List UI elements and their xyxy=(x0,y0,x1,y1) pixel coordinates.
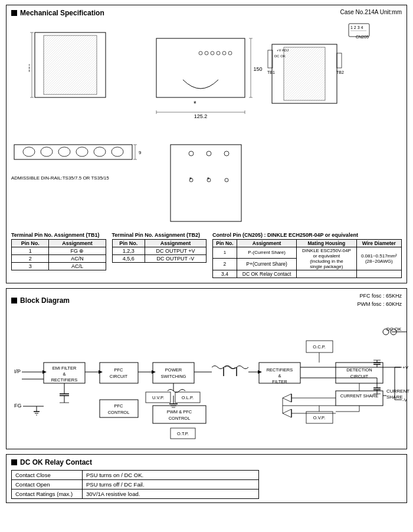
tb2-table-wrapper: Terminal Pin No. Assignment (TB2) Pin No… xyxy=(112,232,207,278)
svg-text:EMI FILTER: EMI FILTER xyxy=(53,365,77,371)
svg-text:*: * xyxy=(189,177,192,183)
table-row: 2AC/N xyxy=(12,255,106,263)
svg-point-12 xyxy=(222,51,226,55)
svg-point-38 xyxy=(41,147,53,156)
table-row: 1P-(Current Share)DINKLE ESC250V-04P or … xyxy=(213,247,402,259)
svg-text:DC OK: DC OK xyxy=(274,54,286,58)
svg-text:PFC: PFC xyxy=(114,403,124,409)
block-diagram-header: Block Diagram PFC fosc : 65KHz PWM fosc … xyxy=(11,292,402,308)
svg-marker-94 xyxy=(258,370,262,374)
svg-point-40 xyxy=(76,147,88,156)
svg-point-37 xyxy=(23,147,35,156)
dc-ok-section: DC OK Relay Contact Contact ClosePSU tur… xyxy=(6,454,407,503)
svg-text:O.V.P.: O.V.P. xyxy=(313,415,325,420)
svg-text:&: & xyxy=(278,373,281,378)
svg-point-9 xyxy=(205,51,208,55)
table-row: Contact Ratings (max.)30V/1A resistive l… xyxy=(12,489,259,499)
mech-spec-title: Mechanical Specification xyxy=(20,9,104,17)
svg-point-48 xyxy=(189,151,194,156)
svg-point-39 xyxy=(58,147,70,156)
svg-point-53 xyxy=(225,178,228,182)
tb2-col-assign: Assignment xyxy=(145,240,206,247)
mechanical-spec-section: Mechanical Specification Case No.214A Un… xyxy=(6,5,407,283)
svg-text:-V: -V xyxy=(402,397,408,403)
tb1-table-wrapper: Terminal Pin No. Assignment (TB1) Pin No… xyxy=(11,232,106,278)
svg-text:SHARE: SHARE xyxy=(386,394,403,400)
tb1-col-pin: Pin No. xyxy=(12,240,49,247)
svg-point-13 xyxy=(228,51,232,55)
svg-rect-32 xyxy=(337,53,342,68)
table-row: Contact OpenPSU turns off / DC Fail. xyxy=(12,480,259,489)
svg-text:TB2: TB2 xyxy=(336,70,344,74)
svg-marker-81 xyxy=(152,370,156,374)
svg-text:FILTER: FILTER xyxy=(272,379,287,384)
case-info: Case No.214A Unit:mm xyxy=(340,9,402,15)
svg-text:&: & xyxy=(63,371,65,377)
svg-text:PFC: PFC xyxy=(114,367,124,373)
block-diagram-icon xyxy=(11,298,17,303)
svg-rect-47 xyxy=(171,145,241,221)
svg-point-143 xyxy=(383,329,389,335)
block-diagram-title: Block Diagram xyxy=(20,296,70,305)
svg-text:I/P: I/P xyxy=(14,368,21,374)
svg-text:125.2: 125.2 xyxy=(194,113,208,119)
svg-text:CIRCUIT: CIRCUIT xyxy=(350,374,369,379)
svg-text:RECTIFIERS: RECTIFIERS xyxy=(267,367,293,373)
svg-text:1 2 3 4: 1 2 3 4 xyxy=(350,25,363,30)
tb1-col-assign: Assignment xyxy=(49,240,106,247)
tb2-col-pin: Pin No. xyxy=(112,240,145,247)
cn205-col-assign: Assignment xyxy=(237,240,296,247)
svg-text:CURRENT: CURRENT xyxy=(386,389,409,394)
cn205-title: Control Pin (CN205) : DINKLE ECH250R-04P… xyxy=(212,232,402,238)
top-view-svg: * 125.2 150 xyxy=(127,21,263,127)
table-row: 3,4DC OK Relay Contact xyxy=(213,270,402,278)
svg-marker-76 xyxy=(99,370,103,374)
svg-text:CN205: CN205 xyxy=(356,35,369,39)
svg-text:+V: +V xyxy=(402,365,409,370)
svg-text:96: 96 xyxy=(139,150,141,155)
svg-marker-137 xyxy=(283,409,291,417)
svg-point-8 xyxy=(199,51,202,55)
dc-ok-title: DC OK Relay Contact xyxy=(20,458,92,466)
svg-point-11 xyxy=(217,51,220,55)
page: Mechanical Specification Case No.214A Un… xyxy=(0,0,413,508)
din-rail-diagram: 96 ADMISSIBLE DIN-RAIL:TS35/7.5 OR TS35/… xyxy=(11,139,141,181)
svg-text:CIRCUIT: CIRCUIT xyxy=(110,374,128,379)
svg-text:RECTIFIERS: RECTIFIERS xyxy=(51,377,78,383)
relay-table: Contact ClosePSU turns on / DC OK.Contac… xyxy=(11,470,259,499)
din-rail-svg: 96 xyxy=(11,139,141,174)
svg-point-49 xyxy=(206,151,211,156)
svg-marker-59 xyxy=(42,370,47,374)
cn205-table: Pin No. Assignment Mating Housing Wire D… xyxy=(212,239,402,278)
din-rail-row: 96 ADMISSIBLE DIN-RAIL:TS35/7.5 OR TS35/… xyxy=(11,139,402,229)
svg-text:FG: FG xyxy=(14,403,22,409)
svg-text:PWM & PFC: PWM & PFC xyxy=(167,409,192,414)
drawing-container: 110 * xyxy=(11,21,402,139)
svg-text:CONTROL: CONTROL xyxy=(169,416,191,421)
svg-text:TB1: TB1 xyxy=(267,70,275,74)
svg-point-42 xyxy=(112,147,123,156)
svg-rect-77 xyxy=(100,363,138,383)
dc-ok-icon xyxy=(11,459,17,465)
cn205-col-wire: Wire Diameter xyxy=(356,240,401,247)
svg-text:O.C.P.: O.C.P. xyxy=(313,344,326,350)
svg-text:SWITCHING: SWITCHING xyxy=(161,374,186,379)
svg-text:POWER: POWER xyxy=(165,367,182,373)
table-row: 4,5,6DC OUTPUT -V xyxy=(112,255,206,263)
svg-text:150: 150 xyxy=(253,66,262,72)
svg-rect-82 xyxy=(153,363,194,383)
svg-text:U.V.P.: U.V.P. xyxy=(152,395,164,400)
svg-rect-112 xyxy=(336,363,383,383)
svg-text:+V ADJ: +V ADJ xyxy=(277,48,289,52)
cn205-col-pin: Pin No. xyxy=(213,240,237,247)
svg-text:*: * xyxy=(194,100,196,108)
svg-text:110: 110 xyxy=(29,63,31,72)
tb1-title: Terminal Pin No. Assignment (TB1) xyxy=(11,232,106,238)
tb1-table: Pin No. Assignment 1FG ⊕2AC/N3AC/L xyxy=(11,239,106,270)
section-icon xyxy=(11,10,17,16)
side-view-svg: 1 2 3 4 CN205 TB1 xyxy=(266,21,384,139)
cn205-col-housing: Mating Housing xyxy=(297,240,356,247)
block-diagram-svg: I/P EMI FILTER & RECTIFIERS FG xyxy=(11,314,412,444)
block-diagram-section: Block Diagram PFC fosc : 65KHz PWM fosc … xyxy=(6,288,407,449)
dc-ok-header: DC OK Relay Contact xyxy=(11,458,402,466)
